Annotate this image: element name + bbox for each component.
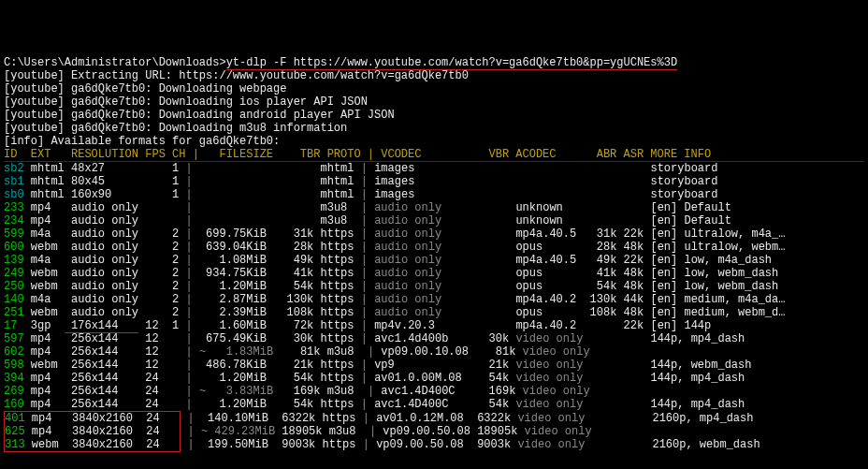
col-vbr — [462, 214, 509, 227]
col-size: 699.75KiB — [199, 227, 267, 241]
col-asr: 22k — [616, 254, 644, 267]
command-text: yt-dlp -F https://www.youtube.com/watch?… — [226, 56, 677, 70]
log-line: [youtube] ga6dQke7tb0: Downloading webpa… — [4, 82, 286, 95]
col-acodec: video only — [515, 385, 589, 398]
log-line: [youtube] ga6dQke7tb0: Downloading ios p… — [4, 95, 368, 109]
col-vcodec: av01.0.00M.08 — [374, 372, 462, 385]
col-id: 600 — [4, 241, 24, 254]
col-asr: 22k — [616, 227, 644, 241]
col-ext: m4a — [24, 227, 65, 241]
col-ch — [159, 372, 180, 385]
col-info: storyboard — [644, 188, 717, 201]
col-size — [199, 175, 267, 188]
log-line: [youtube] ga6dQke7tb0: Downloading andro… — [4, 109, 395, 122]
col-ext: webm — [24, 306, 65, 319]
col-info: [en] low, webm_dash — [644, 280, 778, 293]
col-res: audio only — [65, 214, 138, 227]
col-size — [199, 162, 267, 175]
col-vcodec: audio only — [374, 267, 462, 280]
col-ch — [159, 345, 180, 359]
col-size: 1.20MiB — [199, 398, 267, 411]
col-vcodec: audio only — [374, 241, 462, 254]
col-vcodec: audio only — [374, 254, 462, 267]
log-line: [youtube] Extracting URL: https://www.yo… — [4, 69, 469, 82]
col-ch — [159, 201, 180, 214]
col-acodec: opus — [509, 280, 583, 293]
col-vbr — [462, 280, 509, 293]
col-info: [en] medium, webm_d… — [644, 306, 785, 319]
col-ext: mp4 — [24, 345, 65, 359]
col-id: sb1 — [4, 175, 24, 188]
col-res: 256x144 — [65, 385, 138, 398]
col-vcodec: audio only — [374, 227, 462, 241]
col-acodec: unknown — [509, 214, 583, 227]
col-vbr: 21k — [462, 359, 509, 372]
col-abr — [583, 398, 616, 411]
col-asr — [616, 332, 644, 345]
col-asr — [616, 372, 644, 385]
col-tbr: 54k — [267, 372, 313, 385]
col-acodec: opus — [509, 241, 583, 254]
col-asr — [616, 398, 644, 411]
col-abr: 108k — [583, 306, 616, 319]
col-id: 599 — [4, 227, 24, 241]
col-proto: https — [315, 412, 355, 425]
col-size — [199, 188, 267, 201]
col-id: 401 — [5, 412, 25, 425]
col-abr: 54k — [583, 280, 616, 293]
col-vbr: 81k — [469, 345, 515, 359]
col-tbr — [267, 201, 313, 214]
log-line: [info] Available formats for ga6dQke7tb0… — [4, 135, 280, 148]
col-vbr: 18905k — [470, 425, 517, 438]
col-ext: mhtml — [24, 162, 65, 175]
col-info: 144p, mp4_dash — [644, 332, 745, 345]
col-ext: webm — [25, 438, 65, 451]
col-ext: mhtml — [24, 188, 65, 201]
highlight-box: 625 mp4 3840x2160 24 — [4, 425, 181, 438]
col-ch — [159, 332, 180, 345]
col-res: audio only — [65, 254, 138, 267]
col-vbr: 30k — [462, 332, 509, 345]
col-proto: https — [313, 398, 354, 411]
col-proto: https — [313, 319, 354, 332]
col-info: storyboard — [644, 162, 717, 175]
col-res: audio only — [65, 267, 138, 280]
col-id: 625 — [5, 425, 25, 438]
col-info: [en] Default — [644, 214, 731, 227]
col-proto: m3u8 — [321, 345, 361, 359]
col-res: 256x144 — [65, 372, 138, 385]
col-size: 1.60MiB — [199, 319, 267, 332]
col-asr — [616, 188, 644, 201]
col-res: 48x27 — [65, 162, 138, 175]
col-vbr — [462, 241, 509, 254]
col-asr — [616, 201, 644, 214]
col-acodec: mp4a.40.2 — [509, 293, 583, 306]
col-vcodec: avc1.4D400C — [381, 385, 469, 398]
col-id: 313 — [5, 438, 25, 451]
col-ch: 2 — [159, 254, 180, 267]
col-abr: 31k — [583, 227, 616, 241]
col-fps: 12 — [138, 319, 159, 332]
col-info: [en] low, webm_dash — [644, 267, 778, 280]
col-proto: https — [313, 372, 354, 385]
col-tbr: 6322k — [268, 412, 315, 425]
col-vcodec: audio only — [374, 306, 462, 319]
col-fps — [138, 293, 159, 306]
col-fps — [138, 267, 159, 280]
col-tbr: 130k — [267, 293, 313, 306]
col-abr — [590, 385, 624, 398]
col-acodec: video only — [517, 425, 591, 438]
col-vbr — [462, 293, 509, 306]
col-ext: mp4 — [24, 332, 65, 345]
col-abr — [583, 214, 616, 227]
col-size: 675.49KiB — [199, 332, 267, 345]
col-acodec — [509, 188, 583, 201]
col-id: 249 — [4, 267, 24, 280]
col-asr — [616, 175, 644, 188]
col-info — [650, 345, 657, 359]
col-ch: 2 — [159, 280, 180, 293]
col-proto: m3u8 — [323, 425, 363, 438]
col-id: 160 — [4, 398, 24, 411]
col-info: 144p, mp4_dash — [644, 372, 745, 385]
col-vbr — [462, 162, 509, 175]
